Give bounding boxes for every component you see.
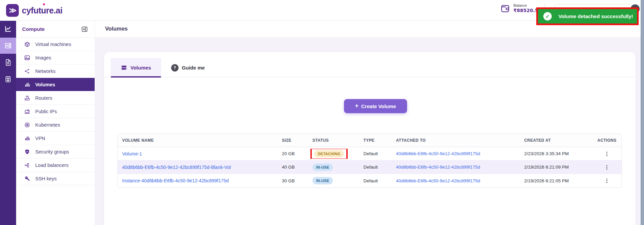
volume-name-link[interactable]: Instance-40d8b6bb-E6fb-4c50-9e12-42bc899… — [122, 178, 229, 183]
col-actions: ACTIONS — [592, 138, 622, 143]
sidebar-item-load-balancers[interactable]: Load balancers — [16, 159, 95, 172]
table-row: 40d8b6bb-E6fb-4c50-9e12-42bc899f175d-Bla… — [118, 161, 622, 174]
balance-amount: ₹88520.5 — [513, 8, 538, 13]
balance-label: Balance — [513, 3, 538, 8]
rail-billing-icon[interactable] — [0, 54, 16, 71]
logo[interactable]: ≫ cyfuture.ai — [6, 4, 62, 17]
annotation-box-toast: ✓ Volume detached successfully! — [536, 7, 639, 25]
load-balancer-icon — [24, 162, 30, 168]
balance-widget: Balance ₹88520.5 — [500, 3, 538, 13]
kebab-menu-icon[interactable]: ⋮ — [604, 151, 609, 156]
sidebar-item-label: Public IPs — [35, 109, 57, 114]
sidebar-item-label: Load balancers — [35, 163, 68, 168]
scrollbar — [641, 0, 644, 225]
bar-chart-icon — [24, 82, 30, 88]
created-at: 2/19/2026 6:21:09 PM — [520, 165, 592, 170]
sidebar-item-vpn[interactable]: VPN — [16, 132, 95, 145]
annotation-box-status: DETACHING — [310, 149, 348, 159]
sidebar-item-virtual-machines[interactable]: Virtual machines — [16, 38, 95, 51]
sidebar-item-public-ips[interactable]: Public IPs — [16, 105, 95, 118]
volume-type: Default — [359, 178, 392, 183]
sidebar-item-label: Routers — [35, 95, 52, 101]
kubernetes-wheel-icon — [24, 122, 30, 128]
main-area: Volumes Volumes ? Guide me — [95, 21, 641, 225]
kebab-menu-icon[interactable]: ⋮ — [604, 178, 609, 183]
active-tab-underline — [111, 76, 161, 78]
icon-rail — [0, 21, 16, 225]
status-badge-in-use: IN-USE — [312, 177, 333, 184]
toast-message: Volume detached successfully! — [558, 13, 633, 19]
router-icon — [24, 95, 30, 101]
sidebar-item-routers[interactable]: Routers — [16, 91, 95, 105]
network-nodes-icon — [24, 68, 30, 74]
create-volume-label: Create Volume — [361, 103, 396, 109]
rail-analytics-icon[interactable] — [0, 21, 16, 37]
wallet-icon — [500, 3, 510, 13]
question-mark-icon: ? — [171, 64, 179, 72]
image-icon — [24, 55, 30, 61]
tab-row: Volumes ? Guide me — [104, 52, 636, 77]
table-header-row: VOLUME NAME SIZE STATUS TYPE ATTACHED TO… — [118, 134, 622, 147]
tab-guide-label: Guide me — [182, 65, 205, 71]
sidebar-collapse-icon[interactable] — [81, 26, 88, 33]
sidebar-header: Compute — [16, 21, 95, 38]
sidebar-item-images[interactable]: Images — [16, 51, 95, 64]
tab-guide-me[interactable]: ? Guide me — [161, 58, 215, 77]
plus-icon: + — [355, 102, 359, 109]
table-row: Volume-1 20 GB DETACHING Default 40d8b6b… — [118, 147, 622, 161]
volumes-card: Volumes ? Guide me + Create Volume VOLUM… — [104, 52, 636, 225]
created-at: 2/19/2026 6:21:05 PM — [520, 178, 592, 183]
attached-to-link[interactable]: 40d8b6bb-E6fb-4c50-9e12-42bc899f175d — [396, 178, 480, 183]
sidebar-item-label: VPN — [35, 136, 45, 141]
sidebar-item-label: Networks — [35, 69, 55, 74]
sidebar-item-kubernetes[interactable]: Kubernetes — [16, 118, 95, 132]
volumes-table: VOLUME NAME SIZE STATUS TYPE ATTACHED TO… — [117, 134, 622, 188]
server-stack-icon — [121, 64, 127, 71]
cube-icon — [24, 41, 30, 47]
create-volume-button[interactable]: + Create Volume — [344, 99, 407, 113]
volume-name-link[interactable]: Volume-1 — [122, 151, 142, 156]
attached-to-link[interactable]: 40d8b6bb-E6fb-4c50-9e12-42bc899f175d — [396, 151, 480, 156]
sidebar-compute: Compute Virtual machines Images — [16, 21, 95, 225]
status-badge-detaching: DETACHING — [314, 150, 344, 158]
col-volume-name: VOLUME NAME — [118, 138, 278, 143]
col-attached-to: ATTACHED TO — [392, 138, 520, 143]
sidebar-item-ssh-keys[interactable]: SSH keys — [16, 172, 95, 185]
volume-name-link[interactable]: 40d8b6bb-E6fb-4c50-9e12-42bc899f175d-Bla… — [122, 165, 231, 170]
key-icon — [24, 176, 30, 182]
shield-check-icon — [24, 149, 30, 155]
tab-volumes[interactable]: Volumes — [111, 58, 161, 77]
sidebar-item-label: SSH keys — [35, 176, 57, 181]
public-ip-icon — [24, 108, 30, 115]
sidebar-item-label: Security groups — [35, 149, 69, 154]
bar-chart-icon — [24, 135, 30, 141]
sidebar-item-label: Volumes — [35, 82, 55, 87]
table-row: Instance-40d8b6bb-E6fb-4c50-9e12-42bc899… — [118, 174, 622, 187]
status-badge-in-use: IN-USE — [312, 164, 333, 171]
logo-text: cyfuture.ai — [22, 6, 62, 15]
sidebar-item-label: Virtual machines — [35, 42, 71, 47]
volume-type: Default — [359, 165, 392, 170]
volume-size: 20 GB — [278, 151, 308, 156]
scrollbar-thumb[interactable] — [641, 0, 644, 225]
volume-size: 30 GB — [278, 178, 308, 183]
logo-chevrons-icon: ≫ — [6, 4, 19, 17]
sidebar-item-volumes[interactable]: Volumes — [16, 78, 95, 91]
sidebar-title: Compute — [22, 26, 45, 32]
col-size: SIZE — [278, 138, 308, 143]
rail-compute-icon[interactable] — [0, 38, 16, 54]
sidebar-item-label: Images — [35, 55, 51, 60]
page-title: Volumes — [105, 26, 128, 32]
logo-pink-dot — [43, 3, 45, 5]
rail-documents-icon[interactable] — [0, 71, 16, 87]
app-screen: ≫ cyfuture.ai Balance ₹88520.5 — [0, 0, 644, 225]
sidebar-item-networks[interactable]: Networks — [16, 64, 95, 78]
attached-to-link[interactable]: 40d8b6bb-E6fb-4c50-9e12-42bc899f175d — [396, 165, 480, 170]
volume-type: Default — [359, 151, 392, 156]
sidebar-item-label: Kubernetes — [35, 122, 60, 128]
volume-size: 40 GB — [278, 165, 308, 170]
sidebar-item-security-groups[interactable]: Security groups — [16, 145, 95, 159]
col-created-at: CREATED AT — [520, 138, 592, 143]
kebab-menu-icon[interactable]: ⋮ — [604, 164, 609, 170]
tab-volumes-label: Volumes — [131, 65, 151, 71]
